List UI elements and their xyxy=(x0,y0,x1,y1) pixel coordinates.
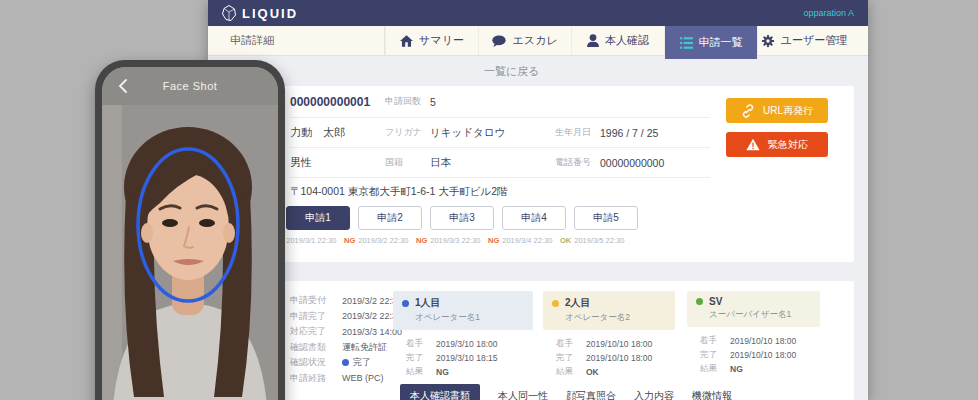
op-start-value: 2019/10/10 18:00 xyxy=(730,336,796,346)
status-datetime: 2019/3/5 22:30 xyxy=(574,236,624,245)
applicant-attr-row: 男性 国籍 日本 電話番号 00000000000 xyxy=(290,148,710,178)
back-chevron-icon[interactable] xyxy=(116,78,132,94)
nav-bar: 申請詳細 サマリー エスカレ 本人確認 xyxy=(208,26,868,56)
warning-icon xyxy=(746,138,760,151)
birthdate-label: 生年月日 xyxy=(555,126,600,139)
gender-value: 男性 xyxy=(290,155,385,170)
op-result-value: NG xyxy=(436,367,449,377)
detail-row: 申請経路 WEB (PC) xyxy=(290,371,402,387)
operator-title: 2人目 xyxy=(552,296,666,310)
operator-dot-green xyxy=(696,298,703,305)
phone-mockup: Face Shot xyxy=(95,60,285,400)
operator-dot-amber xyxy=(552,300,559,307)
op-end-value: 2019/10/10 18:00 xyxy=(586,353,652,363)
operator-card-1: 1人目 オペレーター名1 着手2019/3/10 18:00 完了2019/3/… xyxy=(393,291,533,379)
application-status: NG2019/3/4 22:30 xyxy=(488,236,560,245)
tab-identity-match[interactable]: 本人同一性 xyxy=(498,384,548,400)
operator-card-header: SV スーパーバイザー名1 xyxy=(687,291,820,327)
op-end-value: 2019/3/10 18:15 xyxy=(436,353,497,363)
application-tab-1[interactable]: 申請1 xyxy=(286,206,350,230)
nav-item-label: サマリー xyxy=(419,33,464,48)
op-result-label: 結果 xyxy=(700,363,730,375)
status-datetime: 2019/3/1 22:30 xyxy=(286,236,336,245)
op-start-value: 2019/3/10 18:00 xyxy=(436,339,497,349)
op-start-value: 2019/10/10 18:00 xyxy=(586,339,652,349)
application-status: NG2019/3/3 22:30 xyxy=(416,236,488,245)
tab-input-content[interactable]: 入力内容 xyxy=(634,384,674,400)
detail-label: 申請受付 xyxy=(290,294,342,307)
application-tab-5[interactable]: 申請5 xyxy=(574,206,638,230)
nav-item-label: 本人確認 xyxy=(605,33,649,48)
nav-item-user-management[interactable]: ユーザー管理 xyxy=(757,26,850,55)
operator-dot-blue xyxy=(402,300,409,307)
nationality-value: 日本 xyxy=(430,156,555,170)
operator-card-header: 2人目 オペレーター名2 xyxy=(543,291,675,330)
nav-item-application-list[interactable]: 申請一覧 xyxy=(664,26,757,59)
operator-name: オペレーター名1 xyxy=(415,312,524,324)
op-result-label: 結果 xyxy=(556,366,586,378)
operator-title: 1人目 xyxy=(402,296,524,310)
detail-label: 申請完了 xyxy=(290,310,342,323)
detail-list: 申請受付 2019/3/2 22:30 申請完了 2019/3/2 22:30 … xyxy=(290,293,402,386)
application-count-value: 5 xyxy=(430,96,555,108)
application-tab-4[interactable]: 申請4 xyxy=(502,206,566,230)
operator-title: SV xyxy=(696,296,811,307)
nav-item-label: 申請一覧 xyxy=(699,35,743,50)
address-value: 〒104-0001 東京都大手町1-6-1 大手町ビル2階 xyxy=(290,185,508,199)
nav-item-escalation[interactable]: エスカレ xyxy=(478,26,571,55)
op-end-label: 完了 xyxy=(406,352,436,364)
applicant-name-row: 力動 太郎 フリガナ リキッドタロウ 生年月日 1996 / 7 / 25 xyxy=(290,118,710,148)
detail-row: 確認書類 運転免許証 xyxy=(290,340,402,356)
furigana-value: リキッドタロウ xyxy=(430,126,555,140)
top-bar: LIQUID opparation A xyxy=(208,0,868,26)
brand-name: LIQUID xyxy=(242,6,298,21)
applicant-id-row: 000000000001 申請回数 5 xyxy=(290,86,710,118)
detail-label: 対応完了 xyxy=(290,325,342,338)
status-badge: NG xyxy=(344,236,355,245)
portrait-illustration xyxy=(102,105,278,400)
nationality-label: 国籍 xyxy=(385,156,430,169)
operator-card-2: 2人目 オペレーター名2 着手2019/10/10 18:00 完了2019/1… xyxy=(543,291,675,379)
application-tab-3[interactable]: 申請3 xyxy=(430,206,494,230)
phone-value: 00000000000 xyxy=(600,157,664,169)
list-icon xyxy=(680,37,693,49)
detail-label: 確認書類 xyxy=(290,341,342,354)
reissue-url-label: URL再発行 xyxy=(763,104,813,118)
nav-item-label: ユーザー管理 xyxy=(781,33,848,48)
reissue-url-button[interactable]: URL再発行 xyxy=(726,98,828,123)
application-count-label: 申請回数 xyxy=(385,95,430,108)
op-start-label: 着手 xyxy=(700,335,730,347)
tab-identity-documents[interactable]: 本人確認書類 xyxy=(400,384,480,400)
application-status: OK2019/3/5 22:30 xyxy=(560,236,632,245)
review-card: 申請受付 2019/3/2 22:30 申請完了 2019/3/2 22:30 … xyxy=(222,281,854,400)
detail-label: 確認状況 xyxy=(290,356,342,369)
phone-screen-title: Face Shot xyxy=(163,80,218,92)
status-badge: NG xyxy=(416,236,427,245)
applicant-name: 力動 太郎 xyxy=(290,125,385,140)
account-name[interactable]: opparation A xyxy=(803,8,854,18)
status-datetime: 2019/3/3 22:30 xyxy=(430,236,480,245)
op-start-label: 着手 xyxy=(556,338,586,350)
tab-sensitive-info[interactable]: 機微情報 xyxy=(692,384,732,400)
birthdate-value: 1996 / 7 / 25 xyxy=(600,127,658,139)
emergency-button[interactable]: 緊急対応 xyxy=(726,132,828,157)
op-start-label: 着手 xyxy=(406,338,436,350)
status-datetime: 2019/3/4 22:30 xyxy=(502,236,552,245)
screenshot-canvas: LIQUID opparation A 申請詳細 サマリー エスカレ xyxy=(0,0,978,400)
furigana-label: フリガナ xyxy=(385,126,430,139)
application-tab-2[interactable]: 申請2 xyxy=(358,206,422,230)
back-to-list-link[interactable]: 一覧に戻る xyxy=(484,64,540,79)
phone-header: Face Shot xyxy=(102,67,278,105)
tab-face-photo-match[interactable]: 顔写真照合 xyxy=(566,384,616,400)
application-status: NG2019/3/2 22:30 xyxy=(344,236,416,245)
operator-title-text: 2人目 xyxy=(565,296,591,310)
page-tab: 申請詳細 xyxy=(208,26,385,55)
operator-body: 着手2019/10/10 18:00 完了2019/10/10 18:00 結果… xyxy=(687,327,820,376)
detail-row: 申請受付 2019/3/2 22:30 xyxy=(290,293,402,309)
nav-item-identity[interactable]: 本人確認 xyxy=(571,26,664,55)
nav-item-summary[interactable]: サマリー xyxy=(385,26,478,55)
liquid-drop-icon xyxy=(222,5,236,21)
op-result-label: 結果 xyxy=(406,366,436,378)
operator-title-text: 1人目 xyxy=(415,296,441,310)
status-dot-blue xyxy=(342,359,349,366)
